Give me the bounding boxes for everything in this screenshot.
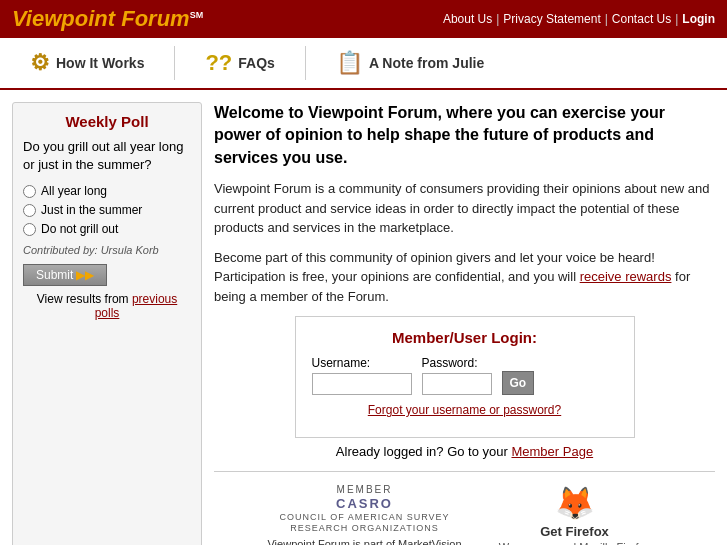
nav-faqs-label: FAQs xyxy=(238,55,275,71)
casro-desc: Viewpoint Forum is part of MarketVision … xyxy=(265,537,465,545)
welcome-heading: Welcome to Viewpoint Forum, where you ca… xyxy=(214,102,715,169)
poll-radio-3[interactable] xyxy=(23,223,36,236)
poll-contributed: Contributed by: Ursula Korb xyxy=(23,244,191,256)
nav-how-it-works-label: How It Works xyxy=(56,55,144,71)
member-page-link[interactable]: Member Page xyxy=(511,444,593,459)
poll-options: All year long Just in the summer Do not … xyxy=(23,184,191,236)
poll-panel: Weekly Poll Do you grill out all year lo… xyxy=(12,102,202,545)
member-page-area: Already logged in? Go to your Member Pag… xyxy=(214,444,715,459)
submit-label: Submit xyxy=(36,268,73,282)
casro-section: MEMBER CASRO COUNCIL OF AMERICAN SURVEY … xyxy=(265,484,465,545)
prev-polls-text: View results from xyxy=(37,292,132,306)
top-nav: About Us | Privacy Statement | Contact U… xyxy=(443,12,715,26)
about-us-link[interactable]: About Us xyxy=(443,12,492,26)
receive-rewards-link[interactable]: receive rewards xyxy=(580,269,672,284)
poll-radio-1[interactable] xyxy=(23,185,36,198)
logo-viewpoint: Viewpoint xyxy=(12,6,115,31)
poll-radio-2[interactable] xyxy=(23,204,36,217)
password-input[interactable] xyxy=(422,373,492,395)
logo-sup: SM xyxy=(190,10,204,20)
username-label: Username: xyxy=(312,356,412,370)
firefox-section: 🦊 Get Firefox We recommend Mozilla Firef… xyxy=(485,484,665,545)
login-fields: Username: Password: Go xyxy=(312,356,618,395)
casro-title-text: CASRO xyxy=(265,496,465,512)
go-button[interactable]: Go xyxy=(502,371,535,395)
intro-para-2: Become part of this community of opinion… xyxy=(214,248,715,307)
casro-sub-text: COUNCIL OF AMERICAN SURVEY RESEARCH ORGA… xyxy=(265,512,465,534)
poll-option-2-label: Just in the summer xyxy=(41,203,142,217)
logo: Viewpoint ForumSM xyxy=(12,6,203,32)
poll-option-2[interactable]: Just in the summer xyxy=(23,203,191,217)
already-logged-text: Already logged in? Go to your xyxy=(336,444,512,459)
prev-polls: View results from previous polls xyxy=(23,292,191,320)
contact-us-link[interactable]: Contact Us xyxy=(612,12,671,26)
username-input[interactable] xyxy=(312,373,412,395)
poll-option-1-label: All year long xyxy=(41,184,107,198)
content-panel: Welcome to Viewpoint Forum, where you ca… xyxy=(214,102,715,545)
nav-faqs[interactable]: ?? FAQs xyxy=(175,46,305,80)
privacy-statement-link[interactable]: Privacy Statement xyxy=(503,12,600,26)
poll-option-3-label: Do not grill out xyxy=(41,222,118,236)
poll-option-3[interactable]: Do not grill out xyxy=(23,222,191,236)
top-bar: Viewpoint ForumSM About Us | Privacy Sta… xyxy=(0,0,727,38)
firefox-icon: 🦊 xyxy=(485,484,665,522)
forgot-link-area: Forgot your username or password? xyxy=(312,403,618,417)
poll-title: Weekly Poll xyxy=(23,113,191,130)
nav-sep-1: | xyxy=(496,12,499,26)
faq-icon: ?? xyxy=(205,50,232,76)
casro-logo: MEMBER CASRO COUNCIL OF AMERICAN SURVEY … xyxy=(265,484,465,533)
poll-option-1[interactable]: All year long xyxy=(23,184,191,198)
submit-button[interactable]: Submit ▶▶ xyxy=(23,264,107,286)
login-title: Member/User Login: xyxy=(312,329,618,346)
poll-question: Do you grill out all year long or just i… xyxy=(23,138,191,174)
password-label: Password: xyxy=(422,356,492,370)
nav-sep-3: | xyxy=(675,12,678,26)
nav-note-label: A Note from Julie xyxy=(369,55,484,71)
password-field-group: Password: xyxy=(422,356,492,395)
forgot-password-link[interactable]: Forgot your username or password? xyxy=(368,403,561,417)
casro-member-text: MEMBER xyxy=(265,484,465,496)
intro-para-1: Viewpoint Forum is a community of consum… xyxy=(214,179,715,238)
submit-arrow-icon: ▶▶ xyxy=(76,268,94,282)
nav-note-from-julie[interactable]: 📋 A Note from Julie xyxy=(306,46,514,80)
secondary-nav: ⚙ How It Works ?? FAQs 📋 A Note from Jul… xyxy=(0,38,727,90)
username-field-group: Username: xyxy=(312,356,412,395)
main-content: Weekly Poll Do you grill out all year lo… xyxy=(0,90,727,545)
firefox-label: Get Firefox xyxy=(485,524,665,539)
login-box: Member/User Login: Username: Password: G… xyxy=(295,316,635,438)
note-icon: 📋 xyxy=(336,50,363,76)
nav-sep-2: | xyxy=(605,12,608,26)
login-link[interactable]: Login xyxy=(682,12,715,26)
logo-forum: Forum xyxy=(121,6,189,31)
gear-icon: ⚙ xyxy=(30,50,50,76)
nav-how-it-works[interactable]: ⚙ How It Works xyxy=(0,46,175,80)
firefox-desc: We recommend Mozilla Firefox (Firefox is… xyxy=(485,541,665,545)
footer-area: MEMBER CASRO COUNCIL OF AMERICAN SURVEY … xyxy=(214,471,715,545)
